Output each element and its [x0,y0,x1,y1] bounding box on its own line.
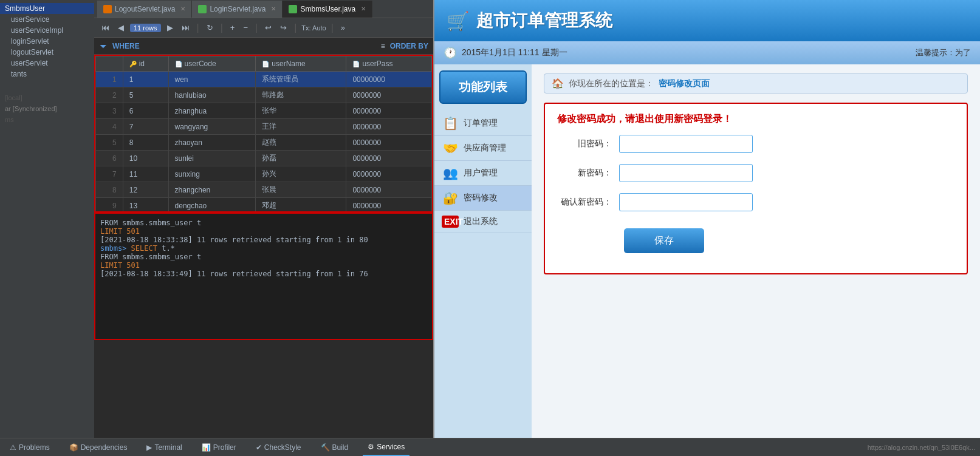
build-icon: 🔨 [321,443,330,452]
profiler-label: Profiler [213,443,236,452]
tab-logoutservlet[interactable]: LogoutServlet.java ✕ [97,1,192,18]
password-icon: 🔐 [442,191,459,205]
sidebar-item-userservice[interactable]: userService [0,14,94,25]
status-tab-problems[interactable]: ⚠ Problems [5,438,55,456]
checkstyle-icon: ✔ [256,443,262,452]
status-tab-profiler[interactable]: 📊 Profiler [197,438,241,456]
sidebar-item-tants[interactable]: tants [0,69,94,80]
db-toolbar: ⏮ ◀ 11 rows ▶ ⏭ | ↻ | + − | ↩ ↪ | Tx: Au… [94,18,433,38]
cell-usercode: sunlei [168,151,256,166]
prev-row-button[interactable]: ◀ [115,22,126,33]
old-password-input[interactable] [619,135,753,153]
nav-item-password[interactable]: 🔐 密码修改 [434,186,532,211]
table-row[interactable]: 9 13 dengchao 邓超 0000000 [96,198,432,213]
table-row[interactable]: 5 8 zhaoyan 赵燕 0000000 [96,135,432,151]
data-table: 🔑id 📄userCode 📄userName 📄userPass 1 1 we… [95,56,432,213]
redo-button[interactable]: ↪ [278,22,289,33]
first-row-button[interactable]: ⏮ [99,22,112,33]
col-header-id[interactable]: 🔑id [123,56,168,72]
success-message: 修改密码成功，请退出使用新密码登录！ [557,113,954,126]
app-title: 超市订单管理系统 [476,9,612,32]
col-header-username[interactable]: 📄userName [256,56,346,72]
row-num: 6 [96,151,123,166]
cell-userpass: 00000000 [346,72,432,87]
sidebar-item-userserviceimpl[interactable]: userServiceImpl [0,25,94,36]
col-header-userpass[interactable]: 📄userPass [346,56,432,72]
tab-label-smbms: SmbmsUser.java [300,5,355,13]
nav-label-suppliers: 供应商管理 [464,143,506,154]
tab-smbmsuser[interactable]: SmbmsUser.java ✕ [283,1,372,18]
cell-usercode: wen [168,72,256,87]
nav-item-users[interactable]: 👥 用户管理 [434,161,532,186]
cell-username: 韩路彪 [256,87,346,103]
table-row[interactable]: 3 6 zhanghua 张华 0000000 [96,103,432,119]
table-row[interactable]: 4 7 wangyang 王洋 0000000 [96,119,432,135]
next-row-button[interactable]: ▶ [165,22,176,33]
col-header-usercode[interactable]: 📄userCode [168,56,256,72]
more-button[interactable]: » [338,22,348,33]
cell-id: 7 [123,119,168,135]
new-password-input[interactable] [619,164,753,182]
nav-item-suppliers[interactable]: 🤝 供应商管理 [434,136,532,161]
undo-button[interactable]: ↩ [262,22,274,33]
clock-icon: 🕐 [444,46,457,60]
sidebar-item-synchronized[interactable]: ar [Synchronized] [0,104,94,114]
tab-close-smbms[interactable]: ✕ [361,5,366,12]
status-bar: ⚠ Problems 📦 Dependencies ▶ Terminal 📊 P… [0,438,980,456]
logout-servlet-icon [103,5,112,13]
new-password-label: 新密码： [557,168,612,179]
reminder-text: 温馨提示：为了 [916,47,971,58]
tab-label-logout: LogoutServlet.java [115,5,175,13]
sidebar-item-logoutservlet[interactable]: logoutServlet [0,47,94,58]
exit-icon: EXIT [442,216,459,228]
breadcrumb: 🏠 你现在所在的位置是： 密码修改页面 [544,73,968,94]
app-nav: 功能列表 📋 订单管理 🤝 供应商管理 👥 用户管理 🔐 密码修改 [434,64,532,438]
add-row-button[interactable]: + [228,22,238,33]
cell-userpass: 0000000 [346,135,432,151]
build-label: Build [332,443,349,452]
orders-icon: 📋 [442,116,459,131]
old-password-label: 旧密码： [557,138,612,149]
status-tab-build[interactable]: 🔨 Build [316,438,354,456]
confirm-password-input[interactable] [619,193,753,211]
datetime-label: 2015年1月1日 11:11 星期一 [462,47,567,58]
cell-userpass: 0000000 [346,182,432,198]
sidebar-item-userservlet[interactable]: userServlet [0,58,94,69]
sidebar-item-loginservlet[interactable]: loginServlet [0,36,94,47]
delete-row-button[interactable]: − [241,22,250,33]
cell-username: 王洋 [256,119,346,135]
home-icon: 🏠 [552,78,564,89]
last-row-button[interactable]: ⏭ [179,22,192,33]
status-tab-checkstyle[interactable]: ✔ CheckStyle [251,438,306,456]
table-row[interactable]: 8 12 zhangchen 张晨 0000000 [96,182,432,198]
tab-close-login[interactable]: ✕ [271,5,276,12]
cell-id: 13 [123,198,168,213]
confirm-password-row: 确认新密码： [557,193,954,211]
tab-loginservlet[interactable]: LoginServlet.java ✕ [192,1,283,18]
cart-icon: 🛒 [447,10,469,32]
cell-userpass: 0000000 [346,103,432,119]
table-row[interactable]: 6 10 sunlei 孙磊 0000000 [96,151,432,166]
webapp-panel: 🛒 超市订单管理系统 🕐 2015年1月1日 11:11 星期一 温馨提示：为了… [433,0,980,438]
table-row[interactable]: 2 5 hanlubiao 韩路彪 0000000 [96,87,432,103]
status-tab-services[interactable]: ⚙ Services [363,438,409,456]
sql-console[interactable]: FROM smbms.smbms_user t LIMIT 501 [2021-… [94,213,433,340]
tab-close-logout[interactable]: ✕ [180,5,185,12]
cell-userpass: 0000000 [346,166,432,182]
cell-username: 孙兴 [256,166,346,182]
table-row[interactable]: 7 11 sunxing 孙兴 0000000 [96,166,432,182]
status-tab-dependencies[interactable]: 📦 Dependencies [64,438,132,456]
table-row[interactable]: 1 1 wen 系统管理员 00000000 [96,72,432,87]
sidebar-item-smbmsuser[interactable]: SmbmsUser [0,3,94,14]
feature-list-button[interactable]: 功能列表 [439,70,527,104]
orderby-label: ORDER BY [390,42,428,50]
status-tab-terminal[interactable]: ▶ Terminal [142,438,187,456]
app-topbar: 🕐 2015年1月1日 11:11 星期一 温馨提示：为了 [434,41,980,64]
row-num: 3 [96,103,123,119]
save-button[interactable]: 保存 [624,228,704,253]
nav-item-orders[interactable]: 📋 订单管理 [434,111,532,136]
cell-usercode: zhanghua [168,103,256,119]
refresh-button[interactable]: ↻ [204,22,216,33]
data-table-container[interactable]: 🔑id 📄userCode 📄userName 📄userPass 1 1 we… [94,55,433,213]
nav-item-exit[interactable]: EXIT 退出系统 [434,211,532,233]
